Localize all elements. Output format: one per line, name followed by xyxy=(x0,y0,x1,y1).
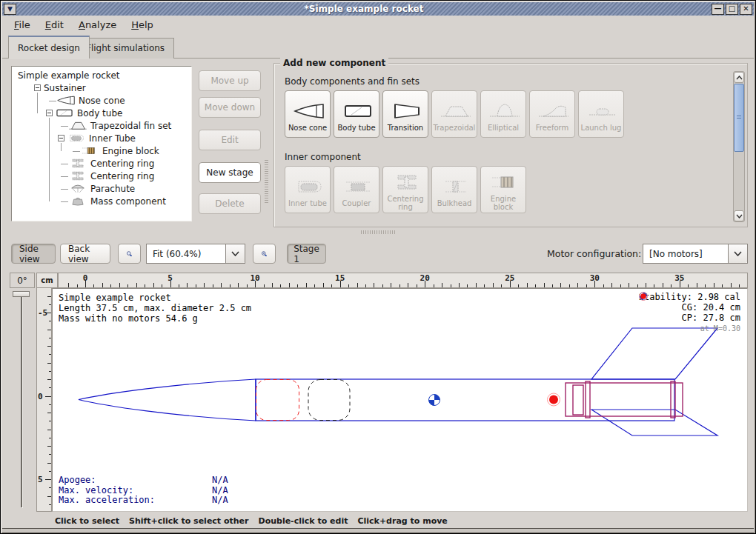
tree-item-label: Parachute xyxy=(87,184,135,194)
ruler-tick-label: 20 xyxy=(420,273,430,283)
add-freeform-button: Freeform xyxy=(529,90,575,138)
zoom-level-combobox[interactable]: Fit (60.4%) xyxy=(146,244,245,264)
ruler-tick xyxy=(399,284,400,287)
add-component-group: Add new component Body components and fi… xyxy=(273,63,748,227)
zoom-out-button[interactable] xyxy=(118,244,141,264)
innertube-icon-holder xyxy=(291,176,325,198)
bulkhead-icon xyxy=(440,178,472,196)
tab-flight-simulations[interactable]: Flight simulations xyxy=(76,38,174,59)
launchlug-icon xyxy=(586,102,619,120)
ruler-tick xyxy=(331,284,332,287)
minimize-button[interactable]: — xyxy=(712,4,724,15)
menu-file[interactable]: File xyxy=(8,18,36,32)
ruler-tick-label: 0 xyxy=(83,273,88,283)
ruler-tick xyxy=(323,283,324,287)
add-body-tube-button[interactable]: Body tube xyxy=(334,90,379,138)
fin-icon xyxy=(68,120,87,131)
rotation-slider-handle[interactable] xyxy=(13,291,30,297)
menu-help[interactable]: Help xyxy=(125,18,159,32)
ruler-tick xyxy=(663,283,663,287)
tree-item-mass-component[interactable]: Mass component xyxy=(12,195,166,207)
ruler-tick-label: 5 xyxy=(38,475,43,484)
menu-analyze[interactable]: Analyze xyxy=(73,18,122,32)
transition-icon xyxy=(391,102,423,120)
component-button-label: Launch lug xyxy=(581,124,622,132)
add-component-title: Add new component xyxy=(280,58,388,68)
ruler-tick xyxy=(47,346,51,347)
vertical-splitter[interactable] xyxy=(265,160,268,204)
ruler-tick xyxy=(264,284,265,287)
tree-expander[interactable] xyxy=(34,84,41,91)
component-tree[interactable]: Simple example rocketSustainerNose coneB… xyxy=(11,66,192,221)
tree-item-label: Centering ring xyxy=(87,171,154,181)
ruler-tick xyxy=(49,304,51,305)
tree-item-label: Body tube xyxy=(74,108,122,119)
tree-item-label: Engine block xyxy=(99,146,159,156)
tree-item-label: Sustainer xyxy=(41,83,86,93)
add-nose-cone-button[interactable]: Nose cone xyxy=(285,90,331,138)
ruler-tick xyxy=(484,284,485,287)
tree-item-engine-block[interactable]: Engine block xyxy=(12,144,159,157)
stage-1-button[interactable]: Stage 1 xyxy=(287,244,326,264)
ruler-tick xyxy=(722,284,723,287)
scroll-down-button[interactable] xyxy=(734,210,744,221)
ruler-tick xyxy=(493,283,494,287)
ruler-tick-label: 5 xyxy=(168,273,173,283)
ruler-tick xyxy=(49,471,51,472)
rotation-slider[interactable] xyxy=(21,294,22,507)
centeringring-icon xyxy=(68,170,87,181)
back-view-button[interactable]: Back view xyxy=(60,244,110,264)
maximize-button[interactable]: □ xyxy=(726,4,738,15)
ruler-tick xyxy=(289,283,290,287)
ruler-tick xyxy=(238,283,239,287)
tree-item-trapezoidal-fin-set[interactable]: Trapezoidal fin set xyxy=(12,119,171,132)
centeringring-icon xyxy=(391,173,423,191)
flight-data-label: Apogee: xyxy=(59,475,212,486)
ruler-tick xyxy=(49,321,51,321)
horizontal-splitter[interactable] xyxy=(361,230,395,234)
title-bar: ▼ *Simple example rocket — □ ✕ xyxy=(2,2,754,16)
scrollbar-thumb[interactable] xyxy=(734,84,744,152)
status-hint: Double-click to edit xyxy=(259,516,348,526)
tree-expander[interactable] xyxy=(58,135,64,141)
motor-combo-arrow-icon[interactable] xyxy=(728,244,747,263)
ruler-tick xyxy=(535,284,536,287)
menu-edit[interactable]: Edit xyxy=(39,18,70,32)
tree-item-centering-ring[interactable]: Centering ring xyxy=(12,170,154,182)
magnifier-minus-icon xyxy=(126,247,133,261)
ruler-tick xyxy=(153,283,154,287)
component-scrollbar[interactable] xyxy=(733,71,745,222)
motor-configuration-combobox[interactable]: [No motors] xyxy=(643,244,748,264)
ruler-tick xyxy=(68,283,69,287)
tree-item-inner-tube[interactable]: Inner Tube xyxy=(12,132,136,144)
zoom-in-button[interactable] xyxy=(253,244,276,264)
ruler-tick xyxy=(357,283,358,287)
ruler-tick xyxy=(646,283,646,287)
scroll-up-button[interactable] xyxy=(734,72,744,83)
flight-data-value: N/A xyxy=(212,475,228,485)
ruler-tick xyxy=(297,284,298,287)
tab-rocket-design[interactable]: Rocket design xyxy=(8,36,90,59)
new-stage-button[interactable]: New stage xyxy=(199,162,261,183)
rocket-info-text: Simple example rocketLength 37.5 cm, max… xyxy=(59,293,251,324)
side-view-button[interactable]: Side view xyxy=(11,244,56,264)
tree-expander[interactable] xyxy=(46,110,53,116)
tree-item-simple-example-rocket[interactable]: Simple example rocket xyxy=(12,69,119,81)
add-transition-button[interactable]: Transition xyxy=(382,90,428,138)
ruler-tick xyxy=(586,284,587,287)
elliptical-icon-holder xyxy=(486,100,521,122)
zoom-combo-arrow-icon[interactable] xyxy=(225,244,245,263)
rocket-figure-canvas[interactable]: Simple example rocketLength 37.5 cm, max… xyxy=(52,288,748,512)
window-menu-icon[interactable]: ▼ xyxy=(4,4,16,15)
ruler-tick xyxy=(247,284,248,287)
tree-item-sustainer[interactable]: Sustainer xyxy=(12,81,86,94)
tree-item-nose-cone[interactable]: Nose cone xyxy=(12,94,125,107)
ruler-tick xyxy=(391,283,391,287)
tree-item-centering-ring[interactable]: Centering ring xyxy=(12,157,154,170)
close-button[interactable]: ✕ xyxy=(740,4,752,15)
add-launch-lug-button: Launch lug xyxy=(578,90,624,138)
tree-item-body-tube[interactable]: Body tube xyxy=(12,107,122,119)
tree-item-parachute[interactable]: Parachute xyxy=(12,182,135,195)
innertube-icon xyxy=(67,133,86,144)
ruler-unit-label: cm xyxy=(36,273,58,288)
